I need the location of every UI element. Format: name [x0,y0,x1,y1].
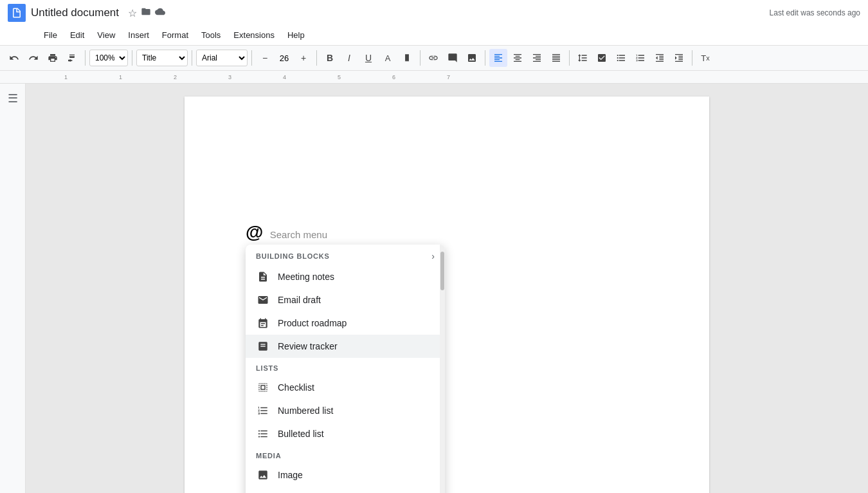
doc-page: @ Search menu BUILDING BLOCKS › [185,97,709,493]
zoom-select[interactable]: 100% [89,50,128,66]
indent-increase-button[interactable] [670,49,688,67]
align-left-button[interactable] [489,49,507,67]
ruler: 1 1 2 3 4 5 6 7 [0,71,868,84]
email-draft-icon [256,293,270,307]
font-size-decrease[interactable]: − [256,49,274,67]
numbered-list-button[interactable] [631,49,649,67]
at-menu-area: @ Search menu [246,222,327,243]
building-blocks-header: BUILDING BLOCKS › [246,245,445,265]
meeting-notes-label: Meeting notes [278,272,334,282]
align-justify-button[interactable] [547,49,565,67]
menu-file[interactable]: File [39,29,62,41]
bold-button[interactable]: B [321,49,339,67]
bulleted-list-icon [256,427,270,441]
product-roadmap-label: Product roadmap [278,318,347,328]
doc-title: Untitled document [31,6,119,19]
menu-item-email-draft[interactable]: Email draft [246,288,445,312]
lists-header: LISTS [246,358,445,376]
menu-item-review-tracker[interactable]: Review tracker [246,335,445,358]
menu-bar: File Edit View Insert Format Tools Exten… [0,26,868,45]
line-spacing-button[interactable] [574,49,592,67]
menu-tools[interactable]: Tools [196,29,226,41]
image-icon [256,468,270,482]
bullet-list-button[interactable] [612,49,630,67]
font-select[interactable]: Arial [196,50,248,66]
italic-button[interactable]: I [340,49,358,67]
redo-button[interactable] [24,49,42,67]
align-center-button[interactable] [509,49,527,67]
title-icons: ☆ [128,6,165,19]
cloud-icon[interactable] [155,6,165,19]
folder-icon[interactable] [141,6,151,19]
text-color-button[interactable]: A [379,49,397,67]
dropdown-menu: BUILDING BLOCKS › Meeting notes [246,245,445,493]
numbered-list-icon [256,404,270,418]
search-placeholder-text: Search menu [270,229,327,240]
menu-help[interactable]: Help [282,29,310,41]
clear-format-button[interactable]: Tx [696,49,714,67]
highlight-button[interactable] [398,49,416,67]
print-button[interactable] [44,49,62,67]
title-bar: Untitled document ☆ Last edit was second… [0,0,868,26]
review-tracker-icon [256,339,270,353]
menu-item-image[interactable]: Image [246,463,445,487]
zoom-control[interactable]: 100% [89,50,128,66]
menu-item-bulleted-list[interactable]: Bulleted list [246,422,445,445]
checklist-button[interactable] [593,49,611,67]
font-size-value: 26 [275,53,293,63]
menu-item-meeting-notes[interactable]: Meeting notes [246,265,445,288]
meeting-notes-icon [256,270,270,284]
outline-icon[interactable]: ☰ [8,91,18,106]
image-button[interactable] [463,49,481,67]
sidebar-strip: ☰ [0,84,26,493]
building-blocks-chevron-icon: › [431,251,435,261]
bulleted-list-label: Bulleted list [278,429,324,439]
font-size-increase[interactable]: + [294,49,312,67]
image-label: Image [278,470,303,480]
doc-area: @ Search menu BUILDING BLOCKS › [26,84,868,493]
menu-insert[interactable]: Insert [123,29,154,41]
product-roadmap-icon [256,316,270,330]
checklist-icon [256,380,270,395]
underline-button[interactable]: U [359,49,377,67]
undo-button[interactable] [5,49,23,67]
style-select[interactable]: Title [136,50,188,66]
menu-extensions[interactable]: Extensions [228,29,280,41]
menu-view[interactable]: View [92,29,120,41]
star-icon[interactable]: ☆ [128,7,137,19]
menu-item-product-roadmap[interactable]: Product roadmap [246,312,445,335]
link-button[interactable] [424,49,442,67]
scrollbar-thumb[interactable] [440,252,444,290]
doc-icon [8,4,26,22]
last-edit-text: Last edit was seconds ago [770,8,860,17]
menu-item-numbered-list[interactable]: Numbered list [246,399,445,422]
menu-item-checklist[interactable]: Checklist [246,376,445,399]
numbered-list-label: Numbered list [278,405,333,416]
menu-item-drawing[interactable]: Drawing [246,487,445,493]
checklist-label: Checklist [278,382,314,393]
scrollbar-track [440,245,445,493]
main-area: ☰ @ Search menu BUILDING BLOCKS › [0,84,868,493]
comment-button[interactable] [444,49,462,67]
paintformat-button[interactable] [63,49,81,67]
menu-format[interactable]: Format [157,29,194,41]
building-blocks-label: BUILDING BLOCKS [256,252,431,260]
align-right-button[interactable] [528,49,546,67]
toolbar: 100% Title Arial − 26 + B I U A [0,45,868,71]
menu-edit[interactable]: Edit [65,29,89,41]
at-symbol: @ [246,222,263,243]
media-header: MEDIA [246,445,445,463]
indent-decrease-button[interactable] [651,49,669,67]
review-tracker-label: Review tracker [278,341,338,351]
email-draft-label: Email draft [278,295,321,305]
